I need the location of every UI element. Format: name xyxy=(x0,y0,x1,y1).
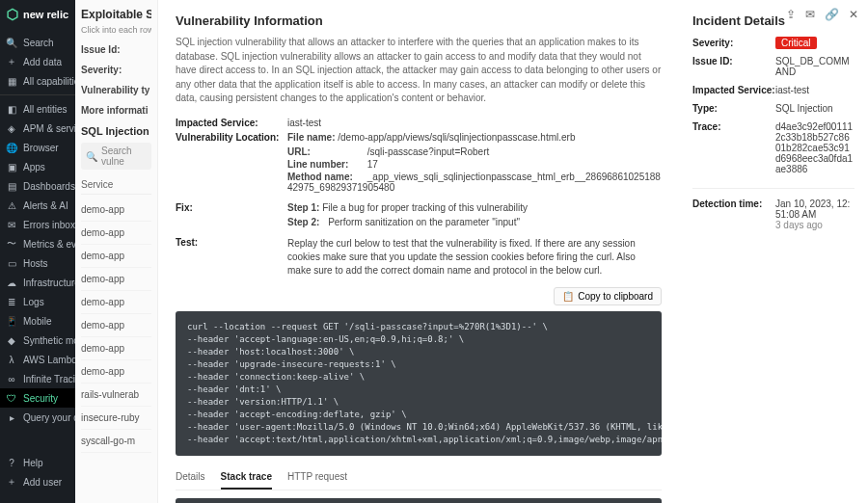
service-row[interactable]: demo-app xyxy=(81,291,151,314)
vuln-info-title: Vulnerability Information xyxy=(176,13,662,28)
nav-label: Search xyxy=(23,38,54,48)
nav-item-browser[interactable]: 🌐Browser xyxy=(0,138,75,157)
service-row[interactable]: demo-app xyxy=(81,337,151,360)
impacted-service-label: Impacted Service: xyxy=(176,118,287,128)
nav-item-add-data[interactable]: ＋Add data xyxy=(0,52,75,71)
nav-bottom-help[interactable]: ?Help xyxy=(0,453,75,472)
impacted-service-value: iast-test xyxy=(287,118,662,128)
nav-icon: ▤ xyxy=(6,180,17,192)
nav-label: Hosts xyxy=(23,258,48,269)
side-detection-time-value: Jan 10, 2023, 12:51:08 AM xyxy=(775,199,850,220)
nav-icon: 〜 xyxy=(6,238,17,250)
nav-icon: 🛡 xyxy=(6,392,17,404)
side-impacted-service-value: iast-test xyxy=(775,85,854,95)
link-icon[interactable]: 🔗 xyxy=(825,8,839,21)
nav-label: Browser xyxy=(23,143,59,153)
nav-item-synthetic-monito[interactable]: ◆Synthetic monito xyxy=(0,331,75,350)
side-detection-time-relative: 3 days ago xyxy=(775,220,823,230)
brand-logo[interactable]: new relic xyxy=(0,0,75,29)
service-row[interactable]: demo-app xyxy=(81,199,151,222)
side-detection-time-label: Detection time: xyxy=(692,199,775,209)
severity-label: Severity: xyxy=(81,65,122,75)
nav-item-hosts[interactable]: ▭Hosts xyxy=(0,253,75,273)
copy-to-clipboard-button[interactable]: 📋Copy to clipboard xyxy=(554,287,662,305)
nav-item-aws-lambda-se[interactable]: λAWS Lambda se xyxy=(0,350,75,369)
nav-item-dashboards[interactable]: ▤Dashboards xyxy=(0,176,75,196)
nav-label: Metrics & events xyxy=(23,239,75,250)
stack-trace-block[interactable]: /root/.rbenv/versions/2.6.0/lib/ruby/gem… xyxy=(176,498,662,503)
nav-bottom-add-user[interactable]: ＋Add user xyxy=(0,472,75,491)
side-type-label: Type: xyxy=(692,103,775,114)
tab-details[interactable]: Details xyxy=(176,465,205,490)
nav-icon: ∞ xyxy=(6,373,17,384)
nav-label: Logs xyxy=(23,297,44,307)
nav-item-infrastructure[interactable]: ☁Infrastructure xyxy=(0,273,75,292)
nav-item-security[interactable]: 🛡Security xyxy=(0,388,75,408)
nav-icon: ✉ xyxy=(6,219,17,230)
nav-item-apps[interactable]: ▣Apps xyxy=(0,157,75,176)
nav-item-alerts-ai[interactable]: ⚠Alerts & AI xyxy=(0,196,75,215)
nav-item-mobile[interactable]: 📱Mobile xyxy=(0,311,75,331)
curl-code-block[interactable]: curl --location --request GET '/sqli-pas… xyxy=(176,311,662,456)
copy-button-label: Copy to clipboard xyxy=(578,291,653,302)
service-row[interactable]: demo-app xyxy=(81,360,151,384)
nav-item-infinite-tracing-s[interactable]: ∞Infinite Tracing s xyxy=(0,369,75,388)
step2-label: Step 2: xyxy=(287,217,319,227)
service-row[interactable]: demo-app xyxy=(81,314,151,337)
file-name-label: File name: xyxy=(287,132,335,143)
service-row[interactable]: syscall-go-m xyxy=(81,430,151,453)
nav-label: Infinite Tracing s xyxy=(23,374,75,384)
nav-item-metrics-events[interactable]: 〜Metrics & events xyxy=(0,234,75,253)
url-label: URL: xyxy=(287,146,365,157)
nav-label: Apps xyxy=(23,162,45,172)
nav-item-logs[interactable]: ≣Logs xyxy=(0,292,75,311)
nav-item-all-capabilities[interactable]: ▦All capabilities xyxy=(0,71,75,91)
tab-stack-trace[interactable]: Stack trace xyxy=(221,465,272,490)
step2-value: Perform sanitization on the parameter "i… xyxy=(328,217,520,227)
nav-icon: ◆ xyxy=(6,334,17,346)
step1-value: File a bug for proper tracking of this v… xyxy=(322,202,528,213)
service-row[interactable]: demo-app xyxy=(81,268,151,291)
nav-icon: ＋ xyxy=(6,56,17,67)
nav-icon: ◧ xyxy=(6,103,17,115)
nav-label: Security xyxy=(23,393,58,404)
nav-label: Infrastructure xyxy=(23,278,75,288)
share-icon[interactable]: ⇪ xyxy=(786,8,796,21)
service-row[interactable]: insecure-ruby xyxy=(81,407,151,430)
nav-item-search[interactable]: 🔍Search xyxy=(0,33,75,52)
nav-item-query-your-data[interactable]: ▸Query your data xyxy=(0,408,75,427)
nav-label: Errors inbox xyxy=(23,220,75,230)
nav-icon: ☁ xyxy=(6,277,17,288)
more-info-label: More informati xyxy=(81,105,148,116)
nav-label: APM & services xyxy=(23,123,75,134)
nav-label: All entities xyxy=(23,104,68,115)
nav-icon: ⚠ xyxy=(6,199,17,211)
nav-icon: 🔍 xyxy=(6,37,17,48)
nav-label: AWS Lambda se xyxy=(23,355,75,365)
search-input[interactable]: 🔍 Search vulne xyxy=(81,143,151,170)
nav-item-all-entities[interactable]: ◧All entities xyxy=(0,99,75,119)
service-row[interactable]: demo-app xyxy=(81,245,151,268)
nav-label: Query your data xyxy=(23,412,75,423)
nav-item-apm-services[interactable]: ◈APM & services xyxy=(0,119,75,138)
mail-icon[interactable]: ✉ xyxy=(805,8,815,21)
nav-icon: ▣ xyxy=(6,161,17,172)
side-trace-value: d4ae3c92ef001112c33b18b527c8601b282cae53… xyxy=(775,121,854,174)
panel-action-bar: ⇪ ✉ 🔗 ✕ xyxy=(786,8,858,21)
nav-icon: ▭ xyxy=(6,257,17,269)
nav-label: Synthetic monito xyxy=(23,335,75,346)
brand-text: new relic xyxy=(23,9,68,20)
vuln-location-label: Vulnerability Location: xyxy=(176,132,287,143)
service-row[interactable]: rails-vulnerab xyxy=(81,384,151,407)
file-name-value: /demo-app/app/views/sqli/sqlinjectionpas… xyxy=(338,132,575,143)
nav-label: Add data xyxy=(23,57,62,67)
detail-panel: ⇪ ✉ 🔗 ✕ Vulnerability Information SQL in… xyxy=(158,0,868,503)
nav-icon: 🌐 xyxy=(6,142,17,153)
side-issue-id-label: Issue ID: xyxy=(692,56,775,66)
step1-label: Step 1: xyxy=(287,202,319,213)
close-icon[interactable]: ✕ xyxy=(849,8,858,21)
test-label: Test: xyxy=(176,237,287,278)
tab-http-request[interactable]: HTTP request xyxy=(287,465,347,490)
nav-item-errors-inbox[interactable]: ✉Errors inbox xyxy=(0,215,75,234)
service-row[interactable]: demo-app xyxy=(81,222,151,245)
